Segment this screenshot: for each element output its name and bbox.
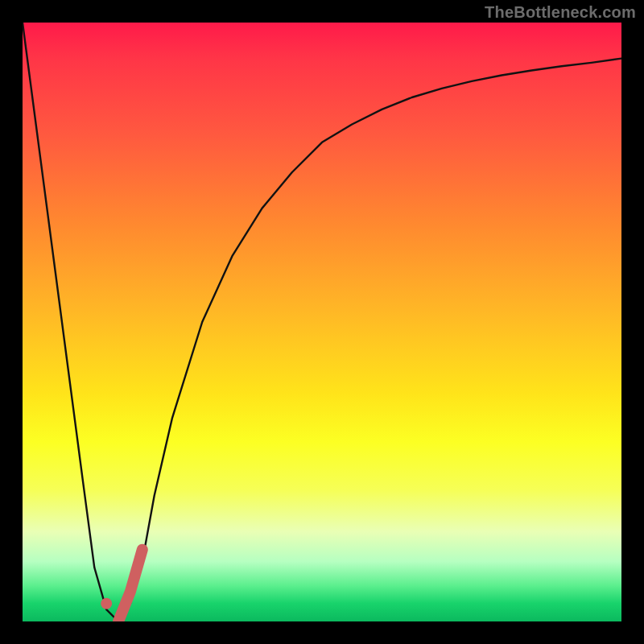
- bottleneck-curve-path: [23, 23, 621, 621]
- marker-segment-path: [118, 550, 142, 621]
- watermark-text: TheBottleneck.com: [485, 3, 636, 22]
- chart-container: TheBottleneck.com: [0, 0, 644, 644]
- curve-layer: [23, 23, 621, 621]
- plot-area: [23, 23, 621, 621]
- marker-dot: [101, 598, 112, 609]
